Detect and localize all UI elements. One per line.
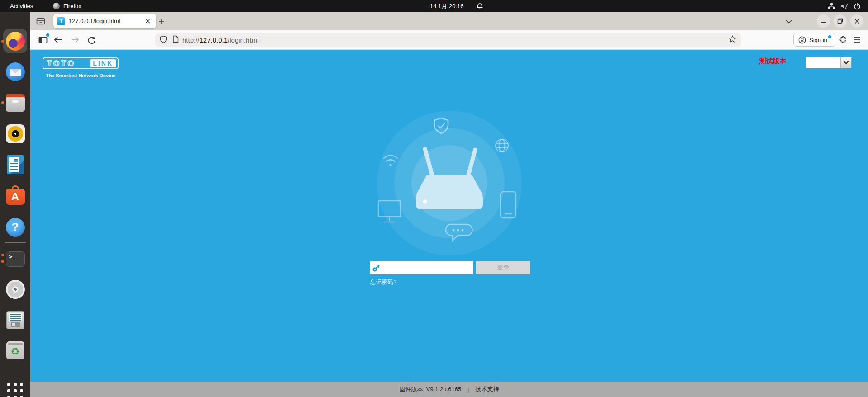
forward-button[interactable]: [68, 33, 82, 47]
show-applications-button[interactable]: [5, 380, 26, 397]
logo-secondary-text: LINK: [90, 59, 116, 67]
dock-item-libreoffice-writer[interactable]: [5, 154, 26, 175]
running-indicator: [1, 101, 4, 104]
firefox-view-button[interactable]: [34, 15, 47, 27]
footer-divider: |: [467, 386, 469, 393]
url-bar[interactable]: http://127.0.0.1/login.html: [155, 33, 741, 47]
firefox-mono-icon: [53, 3, 60, 9]
sidebar-button[interactable]: [36, 33, 50, 47]
dock-item-trash[interactable]: ♻: [5, 340, 26, 361]
tracking-protection-shield-icon[interactable]: [160, 35, 167, 45]
totolink-favicon: T: [57, 17, 65, 25]
password-field-wrap: [370, 261, 473, 274]
floppy-icon: [6, 311, 24, 329]
language-select[interactable]: [806, 57, 852, 68]
running-indicator: [1, 40, 4, 43]
firefox-icon: [6, 32, 25, 51]
network-wired-icon[interactable]: [827, 0, 835, 12]
clock-button[interactable]: 14 1月 20:16: [430, 0, 463, 12]
back-button[interactable]: [51, 33, 65, 47]
new-tab-button[interactable]: [155, 15, 168, 27]
running-indicator: [1, 260, 4, 263]
navigation-toolbar: http://127.0.0.1/login.html Sign in: [30, 30, 868, 50]
select-chevron-icon: [840, 57, 851, 68]
rhythmbox-icon: [6, 124, 25, 143]
login-button[interactable]: 登录: [476, 261, 530, 274]
app-menu-label: Firefox: [63, 3, 81, 9]
tech-support-link[interactable]: 技术支持: [475, 385, 499, 393]
notification-dot: [46, 33, 49, 37]
dock-item-floppy[interactable]: [5, 309, 26, 331]
show-applications-icon: [7, 383, 23, 397]
sign-in-label: Sign in: [809, 37, 827, 43]
password-input[interactable]: [382, 262, 471, 273]
totolink-logo: TOTO LINK: [43, 57, 119, 69]
extensions-puzzle-icon[interactable]: [835, 33, 849, 47]
reload-button[interactable]: [84, 33, 99, 47]
list-all-tabs-chevron-icon[interactable]: [782, 15, 795, 27]
url-text: http://127.0.0.1/login.html: [182, 36, 258, 44]
tab-title: 127.0.0.1/login.html: [69, 18, 143, 24]
logo-primary-text: TOTO: [47, 60, 76, 67]
clock-label: 14 1月 20:16: [430, 2, 463, 10]
window-minimize-button[interactable]: [817, 14, 830, 28]
dock-item-app-center[interactable]: A: [5, 185, 26, 206]
terminal-icon: >_: [6, 251, 25, 267]
dock-item-files[interactable]: [5, 92, 26, 113]
firefox-window: T 127.0.0.1/login.html: [30, 12, 868, 397]
help-icon: ?: [6, 218, 25, 237]
files-icon: [6, 96, 25, 112]
app-center-icon: A: [6, 189, 25, 205]
router-top-face: [416, 175, 483, 195]
dock-item-rhythmbox[interactable]: [5, 123, 26, 144]
url-path: /login.html: [228, 36, 258, 44]
page-info-icon[interactable]: [172, 35, 179, 45]
tab-127001-login[interactable]: T 127.0.0.1/login.html: [53, 14, 156, 28]
libreoffice-writer-icon: [7, 155, 24, 174]
language-select-value: [806, 57, 840, 68]
firmware-version-text: 固件版本: V9.1.2u.6165: [400, 385, 462, 393]
dock-item-thunderbird[interactable]: [5, 61, 26, 82]
router-login-page: TOTO LINK The Smartest Network Device 测试…: [30, 50, 868, 397]
sign-in-notification-dot: [828, 35, 831, 38]
thunderbird-icon: [6, 62, 25, 81]
app-menu-firefox[interactable]: Firefox: [53, 0, 81, 12]
volume-muted-icon[interactable]: [840, 0, 849, 12]
forgot-password-link[interactable]: 忘记密码?: [370, 278, 396, 286]
window-close-button[interactable]: [850, 14, 863, 28]
activities-label: Activities: [10, 3, 33, 9]
dock-divider: [5, 242, 26, 243]
notification-bell-icon[interactable]: [476, 0, 483, 12]
dock-item-disc[interactable]: [5, 279, 26, 300]
logo-tagline: The Smartest Network Device: [30, 73, 131, 78]
running-indicator: [1, 254, 4, 256]
power-icon[interactable]: [854, 0, 861, 12]
url-scheme: http://: [182, 36, 200, 44]
tab-bar: T 127.0.0.1/login.html: [30, 12, 868, 30]
account-avatar-icon: [798, 36, 806, 44]
bookmark-star-icon[interactable]: [729, 35, 736, 45]
login-form: 登录: [370, 261, 530, 274]
trash-icon: ♻: [6, 341, 24, 359]
tab-close-button[interactable]: [143, 16, 153, 26]
dock-item-firefox[interactable]: [5, 30, 26, 52]
dock: A ? >_ ♻: [0, 12, 30, 397]
sign-in-button[interactable]: Sign in: [793, 33, 835, 47]
dock-item-help[interactable]: ?: [5, 217, 26, 238]
version-badge: 测试版本: [759, 57, 787, 66]
dock-item-terminal[interactable]: >_: [5, 247, 26, 269]
page-footer: 固件版本: V9.1.2u.6165 | 技术支持: [30, 382, 868, 397]
key-icon: [372, 264, 380, 272]
system-top-bar: Activities Firefox 14 1月 20:16: [0, 0, 868, 12]
router-led: [423, 200, 427, 204]
disc-icon: [6, 280, 25, 299]
window-restore-button[interactable]: [834, 14, 847, 28]
hamburger-menu-icon[interactable]: [849, 33, 864, 47]
url-host: 127.0.0.1: [200, 36, 228, 44]
activities-button[interactable]: Activities: [10, 0, 33, 12]
